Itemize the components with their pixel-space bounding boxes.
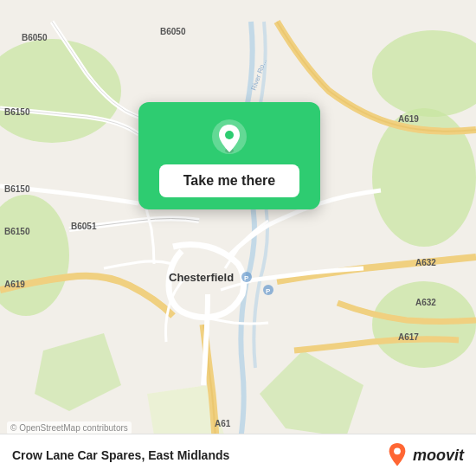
svg-point-31 — [225, 131, 234, 139]
svg-text:B6150: B6150 — [4, 184, 30, 194]
map-overlay: B6050 B6050 B6150 B6150 B6150 B6051 A619… — [0, 0, 476, 476]
svg-text:Chesterfield: Chesterfield — [169, 271, 234, 284]
svg-text:A619: A619 — [398, 114, 419, 124]
place-name: Crow Lane Car Spares, East Midlands — [12, 448, 229, 462]
svg-text:B6050: B6050 — [22, 33, 48, 42]
moovit-logo: moovit — [385, 443, 464, 467]
svg-point-32 — [394, 447, 401, 454]
take-me-there-button[interactable]: Take me there — [159, 164, 299, 197]
svg-text:B6150: B6150 — [4, 227, 30, 236]
map-attribution: © OpenStreetMap contributors — [7, 421, 132, 434]
svg-point-5 — [372, 281, 476, 368]
moovit-pin-icon — [385, 443, 409, 467]
svg-text:A619: A619 — [4, 280, 25, 289]
bottom-bar: Crow Lane Car Spares, East Midlands moov… — [0, 434, 476, 476]
svg-text:P: P — [266, 287, 271, 295]
svg-text:A632: A632 — [415, 298, 436, 307]
svg-text:A617: A617 — [398, 332, 419, 342]
place-info: Crow Lane Car Spares, East Midlands — [12, 448, 229, 462]
svg-text:B6051: B6051 — [71, 222, 97, 231]
popup-card: Take me there — [138, 102, 320, 209]
svg-text:P: P — [244, 274, 249, 282]
svg-text:B6150: B6150 — [4, 107, 30, 117]
svg-text:A61: A61 — [215, 419, 231, 428]
location-pin-icon — [210, 118, 248, 156]
map-container: B6050 B6050 B6150 B6150 B6150 B6051 A619… — [0, 0, 476, 476]
moovit-brand-text: moovit — [413, 447, 464, 465]
svg-text:B6050: B6050 — [160, 27, 186, 36]
svg-text:A632: A632 — [415, 258, 436, 267]
